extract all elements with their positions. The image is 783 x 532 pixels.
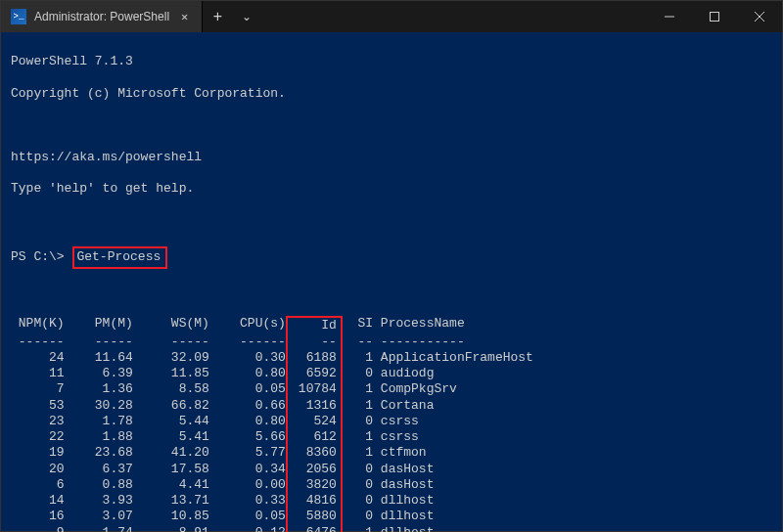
- titlebar: >_ Administrator: PowerShell ✕ + ⌄: [1, 1, 782, 32]
- row-right-cols: 0 dllhost: [343, 493, 435, 509]
- row-right-cols: 1 ctfmon: [343, 445, 427, 461]
- new-tab-button[interactable]: +: [203, 1, 232, 32]
- table-row: 22 1.88 5.41 5.66612 1 csrss: [11, 429, 772, 445]
- table-row: 11 6.39 11.85 0.806592 0 audiodg: [11, 366, 772, 381]
- row-left-cols: 11 6.39 11.85 0.80: [11, 366, 286, 381]
- powershell-window: >_ Administrator: PowerShell ✕ + ⌄ Power…: [0, 0, 783, 532]
- prompt: PS C:\>: [11, 249, 65, 264]
- id-cell: 524: [286, 414, 343, 429]
- row-right-cols: 0 csrss: [343, 414, 419, 429]
- tab-title: Administrator: PowerShell: [34, 10, 169, 23]
- tab-powershell[interactable]: >_ Administrator: PowerShell ✕: [1, 1, 203, 32]
- banner-line: PowerShell 7.1.3: [11, 54, 772, 69]
- row-left-cols: NPM(K) PM(M) WS(M) CPU(s): [11, 316, 286, 333]
- row-left-cols: 7 1.36 8.58 0.05: [11, 381, 286, 397]
- blank-line: [11, 285, 772, 300]
- id-cell: --: [286, 334, 343, 350]
- table-row: 53 30.28 66.82 0.661316 1 Cortana: [11, 398, 772, 414]
- table-row: 20 6.37 17.58 0.342056 0 dasHost: [11, 462, 772, 477]
- row-left-cols: 20 6.37 17.58 0.34: [11, 462, 286, 477]
- table-row: ------ ----- ----- -------- -- ---------…: [11, 334, 772, 350]
- table-row: 7 1.36 8.58 0.0510784 1 CompPkgSrv: [11, 381, 772, 397]
- command-highlight: Get-Process: [72, 246, 167, 268]
- row-right-cols: SI ProcessName: [343, 316, 465, 333]
- maximize-button[interactable]: [692, 1, 737, 32]
- row-right-cols: -- -----------: [343, 334, 465, 350]
- row-left-cols: 16 3.07 10.85 0.05: [11, 509, 286, 524]
- close-button[interactable]: [737, 1, 782, 32]
- row-left-cols: 23 1.78 5.44 0.80: [11, 414, 286, 429]
- id-cell: 8360: [286, 445, 343, 461]
- banner-line: Type 'help' to get help.: [11, 181, 772, 197]
- terminal-output[interactable]: PowerShell 7.1.3 Copyright (c) Microsoft…: [1, 32, 782, 532]
- row-left-cols: 9 1.74 8.91 0.12: [11, 525, 286, 533]
- powershell-icon: >_: [11, 9, 26, 24]
- id-cell: 10784: [286, 381, 343, 397]
- id-cell: 5880: [286, 509, 343, 524]
- table-row: 14 3.93 13.71 0.334816 0 dllhost: [11, 493, 772, 509]
- prompt-line: PS C:\> Get-Process: [11, 246, 772, 268]
- table-row: 19 23.68 41.20 5.778360 1 ctfmon: [11, 445, 772, 461]
- close-tab-button[interactable]: ✕: [177, 10, 192, 24]
- id-cell: 6188: [286, 350, 343, 366]
- row-right-cols: 0 audiodg: [343, 366, 435, 381]
- row-right-cols: 1 Cortana: [343, 398, 435, 414]
- row-left-cols: 19 23.68 41.20 5.77: [11, 445, 286, 461]
- row-left-cols: 22 1.88 5.41 5.66: [11, 429, 286, 445]
- blank-line: [11, 213, 772, 229]
- id-cell: 6592: [286, 366, 343, 381]
- row-right-cols: 0 dllhost: [343, 509, 435, 524]
- banner-line: Copyright (c) Microsoft Corporation.: [11, 86, 772, 102]
- id-cell: 4816: [286, 493, 343, 509]
- row-left-cols: ------ ----- ----- ------: [11, 334, 286, 350]
- svg-rect-1: [711, 13, 719, 22]
- row-right-cols: 0 dasHost: [343, 462, 435, 477]
- table-row: 23 1.78 5.44 0.80524 0 csrss: [11, 414, 772, 429]
- table-row: 6 0.88 4.41 0.003820 0 dasHost: [11, 477, 772, 493]
- id-cell: 1316: [286, 398, 343, 414]
- blank-line: [11, 117, 772, 133]
- row-right-cols: 1 ApplicationFrameHost: [343, 350, 533, 366]
- id-cell: 2056: [286, 462, 343, 477]
- id-cell: 6476: [286, 525, 343, 533]
- table-row: NPM(K) PM(M) WS(M) CPU(s)Id SI ProcessNa…: [11, 316, 772, 333]
- row-right-cols: 1 dllhost: [343, 525, 435, 533]
- table-row: 16 3.07 10.85 0.055880 0 dllhost: [11, 509, 772, 524]
- id-cell: Id: [286, 316, 343, 333]
- table-row: 24 11.64 32.09 0.306188 1 ApplicationFra…: [11, 350, 772, 366]
- process-table: NPM(K) PM(M) WS(M) CPU(s)Id SI ProcessNa…: [11, 316, 772, 532]
- row-right-cols: 1 CompPkgSrv: [343, 381, 457, 397]
- banner-line: https://aka.ms/powershell: [11, 150, 772, 165]
- id-cell: 612: [286, 429, 343, 445]
- tab-dropdown-button[interactable]: ⌄: [232, 1, 261, 32]
- row-left-cols: 53 30.28 66.82 0.66: [11, 398, 286, 414]
- row-left-cols: 24 11.64 32.09 0.30: [11, 350, 286, 366]
- id-cell: 3820: [286, 477, 343, 493]
- row-left-cols: 14 3.93 13.71 0.33: [11, 493, 286, 509]
- minimize-button[interactable]: [647, 1, 692, 32]
- row-left-cols: 6 0.88 4.41 0.00: [11, 477, 286, 493]
- row-right-cols: 0 dasHost: [343, 477, 435, 493]
- table-row: 9 1.74 8.91 0.126476 1 dllhost: [11, 525, 772, 533]
- row-right-cols: 1 csrss: [343, 429, 419, 445]
